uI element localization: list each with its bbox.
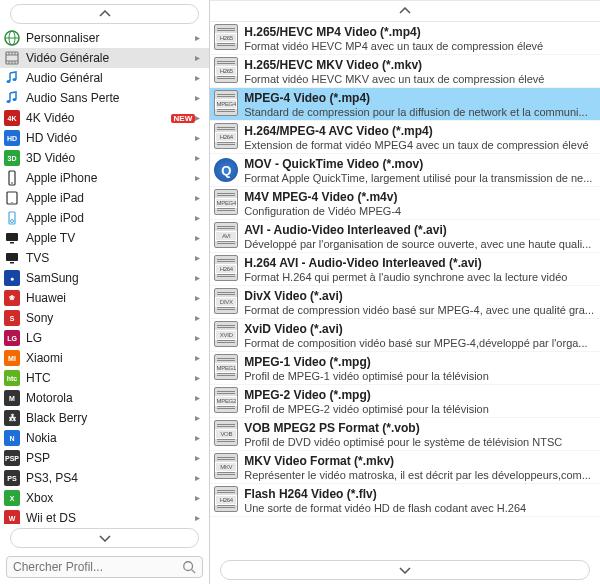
chevron-right-icon: ▸ xyxy=(195,313,203,323)
format-icon: MPEG2 xyxy=(214,387,238,413)
category-item[interactable]: LGLG▸ xyxy=(0,328,209,348)
category-label: Xiaomi xyxy=(26,351,195,365)
chevron-right-icon: ▸ xyxy=(195,253,203,263)
tv-icon xyxy=(4,250,20,266)
category-item[interactable]: WWii et DS▸ xyxy=(0,508,209,524)
format-item[interactable]: MPEG4MPEG-4 Video (*.mp4)Standard de com… xyxy=(210,88,600,121)
format-item[interactable]: MPEG1MPEG-1 Video (*.mpg)Profil de MPEG-… xyxy=(210,352,600,385)
format-item[interactable]: H264H.264 AVI - Audio-Video Interleaved … xyxy=(210,253,600,286)
svg-point-12 xyxy=(7,80,11,83)
film-icon xyxy=(4,50,20,66)
category-label: Huawei xyxy=(26,291,195,305)
chevron-right-icon: ▸ xyxy=(195,473,203,483)
category-item[interactable]: ⁂Black Berry▸ xyxy=(0,408,209,428)
category-label: HD Vidéo xyxy=(26,131,195,145)
moto-icon: M xyxy=(4,390,20,406)
category-item[interactable]: Vidéo Générale▸ xyxy=(0,48,209,68)
format-text: MPEG-2 Video (*.mpg)Profil de MPEG-2 vid… xyxy=(244,387,594,415)
format-item[interactable]: AVIAVI - Audio-Video Interleaved (*.avi)… xyxy=(210,220,600,253)
category-item[interactable]: HDHD Vidéo▸ xyxy=(0,128,209,148)
scroll-down-button[interactable] xyxy=(10,528,199,548)
category-item[interactable]: ●SamSung▸ xyxy=(0,268,209,288)
format-desc: Format H.264 qui permet à l'audio synchr… xyxy=(244,271,594,283)
format-title: VOB MPEG2 PS Format (*.vob) xyxy=(244,421,594,435)
format-item[interactable]: MPEG2MPEG-2 Video (*.mpg)Profil de MPEG-… xyxy=(210,385,600,418)
category-item[interactable]: Apple iPhone▸ xyxy=(0,168,209,188)
category-item[interactable]: Personnaliser▸ xyxy=(0,28,209,48)
wii-icon: W xyxy=(4,510,20,524)
format-item[interactable]: H265H.265/HEVC MKV Video (*.mkv)Format v… xyxy=(210,55,600,88)
format-icon: MPEG4 xyxy=(214,189,238,215)
category-item[interactable]: 3D3D Vidéo▸ xyxy=(0,148,209,168)
format-item[interactable]: H264H.264/MPEG-4 AVC Video (*.mp4)Extens… xyxy=(210,121,600,154)
format-item[interactable]: DIVXDivX Video (*.avi)Format de compress… xyxy=(210,286,600,319)
chevron-right-icon: ▸ xyxy=(195,413,203,423)
category-label: Apple iPhone xyxy=(26,171,195,185)
category-item[interactable]: Apple iPad▸ xyxy=(0,188,209,208)
chevron-right-icon: ▸ xyxy=(195,133,203,143)
category-label: Sony xyxy=(26,311,195,325)
format-title: MOV - QuickTime Video (*.mov) xyxy=(244,157,594,171)
search-input[interactable] xyxy=(13,560,182,574)
format-desc: Une sorte de format vidéo HD de flash co… xyxy=(244,502,594,514)
ps-icon: PS xyxy=(4,470,20,486)
category-label: HTC xyxy=(26,371,195,385)
svg-point-14 xyxy=(7,100,11,103)
category-item[interactable]: NNokia▸ xyxy=(0,428,209,448)
format-desc: Extension de format vidéo MPEG4 avec un … xyxy=(244,139,594,151)
format-item[interactable]: XVIDXviD Video (*.avi)Format de composit… xyxy=(210,319,600,352)
htc-icon: htc xyxy=(4,370,20,386)
chevron-right-icon: ▸ xyxy=(195,113,203,123)
format-desc: Profil de MPEG-2 vidéo optimisé pour la … xyxy=(244,403,594,415)
scroll-up-button[interactable] xyxy=(10,4,199,24)
category-item[interactable]: TVS▸ xyxy=(0,248,209,268)
category-item[interactable]: 4K4K VidéoNEW▸ xyxy=(0,108,209,128)
category-item[interactable]: PSPS3, PS4▸ xyxy=(0,468,209,488)
format-text: M4V MPEG-4 Video (*.m4v)Configuration de… xyxy=(244,189,594,217)
category-label: LG xyxy=(26,331,195,345)
category-item[interactable]: Apple iPod▸ xyxy=(0,208,209,228)
format-desc: Standard de compression pour la diffusio… xyxy=(244,106,594,118)
format-text: MPEG-4 Video (*.mp4)Standard de compress… xyxy=(244,90,594,118)
category-item[interactable]: MMotorola▸ xyxy=(0,388,209,408)
3d-icon: 3D xyxy=(4,150,20,166)
format-title: H.264/MPEG-4 AVC Video (*.mp4) xyxy=(244,124,594,138)
new-badge: NEW xyxy=(171,114,196,123)
format-item[interactable]: H265H.265/HEVC MP4 Video (*.mp4)Format v… xyxy=(210,22,600,55)
format-item[interactable]: MKVMKV Video Format (*.mkv)Représenter l… xyxy=(210,451,600,484)
scroll-down-button[interactable] xyxy=(220,560,590,580)
category-label: 4K Vidéo xyxy=(26,111,167,125)
format-icon: H264 xyxy=(214,255,238,281)
chevron-right-icon: ▸ xyxy=(195,193,203,203)
category-item[interactable]: SSony▸ xyxy=(0,308,209,328)
format-icon: VOB xyxy=(214,420,238,446)
format-text: MPEG-1 Video (*.mpg)Profil de MPEG-1 vid… xyxy=(244,354,594,382)
4k-icon: 4K xyxy=(4,110,20,126)
category-item[interactable]: Audio Sans Perte▸ xyxy=(0,88,209,108)
category-label: Apple TV xyxy=(26,231,195,245)
scroll-up-button[interactable] xyxy=(210,0,600,22)
search-profile[interactable] xyxy=(6,556,203,578)
tablet-icon xyxy=(4,190,20,206)
format-item[interactable]: QMOV - QuickTime Video (*.mov)Format App… xyxy=(210,154,600,187)
category-item[interactable]: Audio Général▸ xyxy=(0,68,209,88)
format-icon: Q xyxy=(214,158,238,182)
format-desc: Format de compression vidéo basé sur MPE… xyxy=(244,304,594,316)
format-desc: Développé par l'organisation de source o… xyxy=(244,238,594,250)
note-icon xyxy=(4,90,20,106)
category-item[interactable]: ❀Huawei▸ xyxy=(0,288,209,308)
category-item[interactable]: MIXiaomi▸ xyxy=(0,348,209,368)
format-icon: AVI xyxy=(214,222,238,248)
svg-point-13 xyxy=(13,78,17,81)
format-title: MPEG-1 Video (*.mpg) xyxy=(244,355,594,369)
chevron-up-icon xyxy=(99,10,111,18)
category-item[interactable]: htcHTC▸ xyxy=(0,368,209,388)
format-item[interactable]: H264Flash H264 Video (*.flv)Une sorte de… xyxy=(210,484,600,517)
category-item[interactable]: Apple TV▸ xyxy=(0,228,209,248)
category-item[interactable]: PSPPSP▸ xyxy=(0,448,209,468)
format-title: H.265/HEVC MKV Video (*.mkv) xyxy=(244,58,594,72)
format-text: DivX Video (*.avi)Format de compression … xyxy=(244,288,594,316)
format-item[interactable]: VOBVOB MPEG2 PS Format (*.vob)Profil de … xyxy=(210,418,600,451)
category-item[interactable]: XXbox▸ xyxy=(0,488,209,508)
format-item[interactable]: MPEG4M4V MPEG-4 Video (*.m4v)Configurati… xyxy=(210,187,600,220)
